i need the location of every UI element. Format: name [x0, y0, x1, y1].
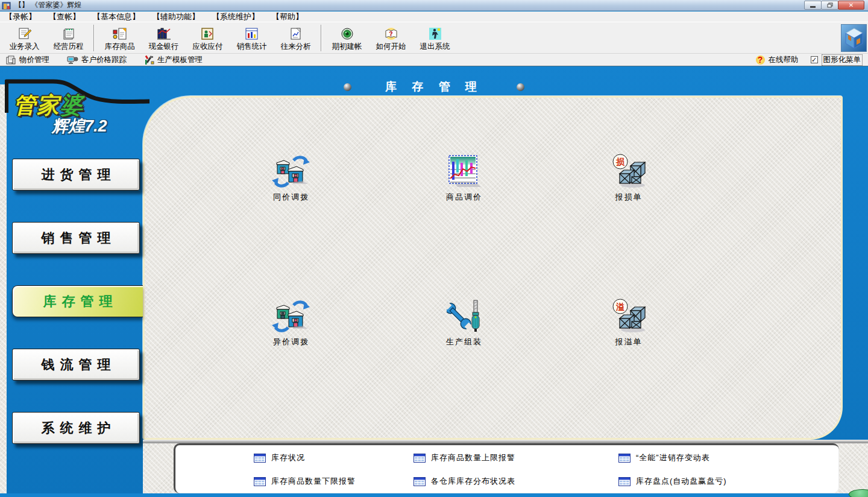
toolbar-business-entry[interactable]: 业务录入 — [2, 23, 46, 53]
bottom-strip — [0, 493, 868, 497]
overflow-report-icon: 溢 — [587, 298, 671, 334]
window-controls: ✕ — [805, 1, 866, 10]
table-icon — [618, 477, 631, 486]
receivable-payable-icon — [200, 24, 216, 41]
sales-statistics-icon — [244, 24, 260, 41]
brand-version-text: 辉煌7.2 — [52, 115, 107, 137]
sphere-icon — [517, 83, 524, 91]
same-price-transfer-icon — [249, 153, 333, 189]
sidebar-item-system-maintenance[interactable]: 系统维护 — [12, 412, 140, 444]
customer-price-tracking-icon — [66, 55, 78, 65]
table-icon — [414, 477, 426, 486]
toolbar-customer-price-tracking[interactable]: 客户价格跟踪 — [66, 55, 127, 65]
feature-production-assembly[interactable]: 生产组装 — [422, 298, 506, 347]
toolbar-sales-statistics[interactable]: 销售统计 — [230, 23, 274, 53]
inventory-goods-icon — [112, 24, 128, 41]
toolbar-how-to-start[interactable]: ? 如何开始 — [369, 23, 413, 53]
sidebar-item-inventory-management[interactable]: 库存管理 — [12, 285, 143, 317]
toolbar2-right-group: ? 在线帮助 ✓ 图形化菜单 — [756, 54, 863, 66]
cash-bank-icon — [156, 24, 172, 41]
sidebar-item-purchase-management[interactable]: 进货管理 — [12, 159, 140, 191]
report-warehouse-distribution[interactable]: 各仓库库存分布状况表 — [414, 476, 515, 487]
restore-icon — [827, 2, 833, 8]
table-icon — [414, 454, 426, 463]
table-icon — [254, 454, 266, 463]
main-toolbar: 业务录入 经营历程 库存商品 现金银行 应收应付 销售统计 — [0, 22, 868, 53]
loss-badge-text: 损 — [615, 157, 625, 166]
restore-button[interactable] — [821, 1, 838, 10]
table-icon — [254, 477, 266, 486]
different-price-transfer-icon — [249, 298, 333, 334]
menu-system-maintenance[interactable]: 【系统维护】 — [212, 11, 259, 22]
feature-same-price-transfer[interactable]: 同价调拨 — [249, 153, 333, 203]
report-lower-limit-alert[interactable]: 库存商品数量下限报警 — [254, 476, 356, 487]
production-assembly-icon — [422, 298, 506, 334]
toolbar-receivable-payable[interactable]: 应收应付 — [186, 23, 230, 53]
overflow-badge-text: 溢 — [615, 302, 624, 311]
contacts-analysis-icon — [288, 24, 304, 41]
title-bar: 【】 《管家婆》辉煌 ✕ — [0, 0, 868, 11]
secondary-toolbar: 物价管理 客户价格跟踪 生产模板管理 ? 在线帮助 ✓ 图形化菜单 — [0, 53, 868, 66]
page-title: 库 存 管 理 — [385, 79, 483, 95]
menu-bar: 【录帐】 【查帐】 【基本信息】 【辅助功能】 【系统维护】 【帮助】 — [0, 11, 868, 22]
toolbar-contacts-analysis[interactable]: 往来分析 — [274, 23, 318, 53]
toolbar-inventory-goods[interactable]: 库存商品 — [98, 23, 142, 53]
close-button[interactable]: ✕ — [838, 1, 864, 10]
initial-account-icon — [339, 24, 355, 41]
menu-record[interactable]: 【录帐】 — [5, 11, 36, 22]
content-background — [145, 98, 841, 438]
report-upper-limit-alert[interactable]: 库存商品数量上限报警 — [414, 452, 515, 463]
menu-auxiliary[interactable]: 【辅助功能】 — [153, 11, 200, 22]
online-help-link[interactable]: 在线帮助 — [769, 55, 799, 65]
graphic-menu-label[interactable]: 图形化菜单 — [822, 54, 863, 66]
loss-report-icon: 损 — [587, 153, 671, 189]
feature-different-price-transfer[interactable]: 异价调拨 — [249, 298, 333, 347]
exit-system-icon — [427, 24, 443, 41]
report-panel: 库存状况 库存商品数量上限报警 “全能”进销存变动表 库存商品数量下限报警 各仓… — [174, 443, 839, 493]
report-inventory-count[interactable]: 库存盘点(自动盘赢盘亏) — [618, 476, 727, 487]
svg-text:?: ? — [389, 30, 393, 37]
graphic-menu-checkbox[interactable]: ✓ — [811, 56, 818, 63]
toolbar-exit-system[interactable]: 退出系统 — [413, 23, 457, 53]
content-frame — [143, 96, 843, 440]
toolbar-initial-account[interactable]: 期初建帐 — [325, 23, 369, 53]
feature-goods-price-adjustment[interactable]: 商品调价 — [422, 153, 506, 203]
feature-overflow-report[interactable]: 溢 报溢单 — [587, 298, 671, 347]
toolbar-price-management[interactable]: 物价管理 — [5, 55, 49, 65]
feature-loss-report[interactable]: 损 报损单 — [587, 153, 671, 203]
left-window-edge — [0, 84, 7, 493]
corner-ellipse-decoration — [849, 489, 868, 497]
application-window: 【】 《管家婆》辉煌 ✕ 【录帐】 【查帐】 【基本信息】 【辅助功能】 【系统… — [0, 0, 868, 497]
menu-query[interactable]: 【查帐】 — [49, 11, 80, 22]
question-mark-icon: ? — [756, 55, 765, 65]
cube-icon — [844, 27, 864, 49]
how-to-start-icon: ? — [383, 24, 399, 41]
sidebar-item-sales-management[interactable]: 销售管理 — [12, 222, 140, 254]
toolbar-separator — [321, 25, 322, 51]
minimize-button[interactable] — [804, 1, 822, 10]
menu-basic-info[interactable]: 【基本信息】 — [93, 11, 140, 22]
business-entry-icon — [17, 24, 33, 41]
operation-history-icon — [61, 24, 77, 41]
app-icon — [2, 1, 11, 10]
minimize-icon — [810, 6, 816, 8]
toolbar-cash-bank[interactable]: 现金银行 — [142, 23, 186, 53]
report-omnipotent-change-table[interactable]: “全能”进销存变动表 — [618, 452, 710, 463]
close-icon: ✕ — [849, 2, 854, 8]
window-title: 【】 《管家婆》辉煌 — [14, 0, 81, 10]
check-icon: ✓ — [811, 57, 817, 63]
toolbar-separator — [93, 25, 95, 51]
menu-help[interactable]: 【帮助】 — [272, 11, 303, 22]
toolbar-operation-history[interactable]: 经营历程 — [46, 23, 90, 53]
brand-cube-logo — [841, 24, 867, 52]
toolbar-production-template[interactable]: 生产模板管理 — [143, 55, 203, 65]
report-inventory-status[interactable]: 库存状况 — [254, 452, 305, 463]
price-management-icon — [5, 55, 16, 65]
sphere-icon — [344, 83, 351, 91]
sidebar-item-cashflow-management[interactable]: 钱流管理 — [12, 349, 140, 381]
goods-price-adjustment-icon — [422, 153, 506, 189]
production-template-icon — [143, 55, 154, 65]
table-icon — [618, 454, 631, 463]
